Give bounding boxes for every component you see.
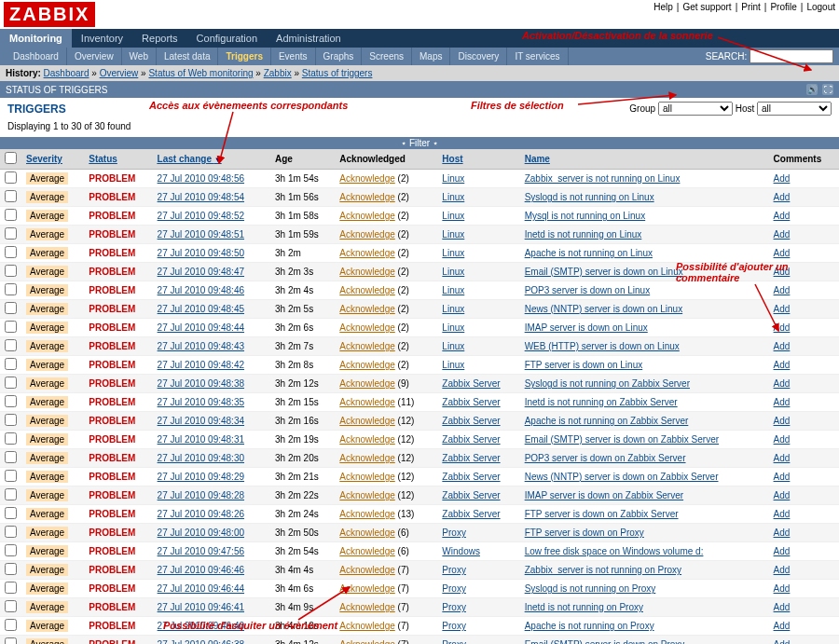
row-checkbox[interactable] (5, 395, 17, 407)
acknowledge-link[interactable]: Acknowledge (339, 211, 394, 221)
add-comment-link[interactable]: Add (774, 192, 791, 202)
last-change-link[interactable]: 27 Jul 2010 09:48:50 (158, 248, 244, 258)
add-comment-link[interactable]: Add (774, 211, 791, 221)
menu-tab-monitoring[interactable]: Monitoring (0, 29, 72, 48)
trigger-name-link[interactable]: IMAP server is down on Linux (525, 322, 648, 333)
row-checkbox[interactable] (5, 209, 17, 221)
add-comment-link[interactable]: Add (774, 639, 791, 644)
trigger-name-link[interactable]: POP3 server is down on Zabbix Server (525, 453, 686, 463)
acknowledge-link[interactable]: Acknowledge (339, 285, 394, 295)
last-change-link[interactable]: 27 Jul 2010 09:46:44 (158, 583, 244, 594)
trigger-name-link[interactable]: FTP server is down on Linux (525, 360, 643, 370)
menu-tab-reports[interactable]: Reports (132, 29, 187, 48)
last-change-link[interactable]: 27 Jul 2010 09:46:38 (158, 639, 244, 644)
group-filter-select[interactable]: all (658, 102, 733, 116)
host-link[interactable]: Proxy (442, 639, 466, 644)
acknowledge-link[interactable]: Acknowledge (339, 583, 394, 594)
acknowledge-link[interactable]: Acknowledge (339, 509, 394, 519)
acknowledge-link[interactable]: Acknowledge (339, 304, 394, 314)
add-comment-link[interactable]: Add (774, 341, 791, 351)
trigger-name-link[interactable]: Inetd is not running on Zabbix Server (525, 397, 678, 407)
last-change-link[interactable]: 27 Jul 2010 09:48:45 (158, 304, 244, 314)
row-checkbox[interactable] (5, 563, 17, 575)
last-change-link[interactable]: 27 Jul 2010 09:48:52 (158, 211, 244, 221)
profile-link[interactable]: Profile (770, 2, 796, 12)
acknowledge-link[interactable]: Acknowledge (339, 490, 394, 500)
col-status[interactable]: Status (89, 154, 117, 164)
logout-link[interactable]: Logout (806, 2, 835, 12)
last-change-link[interactable]: 27 Jul 2010 09:48:44 (158, 322, 244, 333)
host-link[interactable]: Linux (442, 341, 464, 351)
host-link[interactable]: Proxy (442, 621, 466, 631)
host-link[interactable]: Linux (442, 248, 464, 258)
last-change-link[interactable]: 27 Jul 2010 09:48:29 (158, 472, 244, 482)
last-change-link[interactable]: 27 Jul 2010 09:48:26 (158, 509, 244, 519)
menu-tab-inventory[interactable]: Inventory (72, 29, 132, 48)
trigger-name-link[interactable]: WEB (HTTP) server is down on Linux (525, 341, 680, 351)
host-link[interactable]: Linux (442, 322, 464, 333)
row-checkbox[interactable] (5, 470, 17, 482)
host-link[interactable]: Linux (442, 192, 464, 202)
last-change-link[interactable]: 27 Jul 2010 09:46:46 (158, 565, 244, 575)
trigger-name-link[interactable]: Inetd is not running on Linux (525, 229, 642, 240)
host-link[interactable]: Linux (442, 267, 464, 277)
host-link[interactable]: Linux (442, 360, 464, 370)
acknowledge-link[interactable]: Acknowledge (339, 267, 394, 277)
row-checkbox[interactable] (5, 339, 17, 351)
host-link[interactable]: Zabbix Server (442, 397, 500, 407)
add-comment-link[interactable]: Add (774, 360, 791, 370)
trigger-name-link[interactable]: Apache is not running on Proxy (525, 621, 654, 631)
last-change-link[interactable]: 27 Jul 2010 09:48:56 (158, 173, 244, 184)
host-link[interactable]: Linux (442, 285, 464, 295)
submenu-tab-screens[interactable]: Screens (362, 48, 412, 65)
breadcrumb-item[interactable]: Overview (100, 68, 139, 78)
add-comment-link[interactable]: Add (774, 472, 791, 482)
add-comment-link[interactable]: Add (774, 397, 791, 407)
trigger-name-link[interactable]: Zabbix_server is not running on Proxy (525, 565, 681, 575)
breadcrumb-item[interactable]: Zabbix (264, 68, 292, 78)
host-link[interactable]: Zabbix Server (442, 490, 500, 500)
submenu-tab-triggers[interactable]: Triggers (218, 48, 270, 65)
host-link[interactable]: Zabbix Server (442, 509, 500, 519)
acknowledge-link[interactable]: Acknowledge (339, 378, 394, 389)
row-checkbox[interactable] (5, 526, 17, 538)
row-checkbox[interactable] (5, 246, 17, 258)
last-change-link[interactable]: 27 Jul 2010 09:48:31 (158, 434, 244, 445)
last-change-link[interactable]: 27 Jul 2010 09:47:56 (158, 546, 244, 556)
host-link[interactable]: Proxy (442, 602, 466, 612)
last-change-link[interactable]: 27 Jul 2010 09:48:00 (158, 528, 244, 538)
add-comment-link[interactable]: Add (774, 267, 791, 277)
add-comment-link[interactable]: Add (774, 173, 791, 184)
row-checkbox[interactable] (5, 171, 17, 184)
add-comment-link[interactable]: Add (774, 285, 791, 295)
trigger-name-link[interactable]: POP3 server is down on Linux (525, 285, 651, 295)
add-comment-link[interactable]: Add (774, 602, 791, 612)
acknowledge-link[interactable]: Acknowledge (339, 565, 394, 575)
col-last-change[interactable]: Last change ▼ (158, 154, 222, 164)
acknowledge-link[interactable]: Acknowledge (339, 192, 394, 202)
last-change-link[interactable]: 27 Jul 2010 09:48:51 (158, 229, 244, 240)
host-link[interactable]: Proxy (442, 528, 466, 538)
add-comment-link[interactable]: Add (774, 304, 791, 314)
trigger-name-link[interactable]: Zabbix_server is not running on Linux (525, 173, 681, 184)
row-checkbox[interactable] (5, 358, 17, 370)
row-checkbox[interactable] (5, 265, 17, 277)
print-link[interactable]: Print (741, 2, 761, 12)
trigger-name-link[interactable]: Email (SMTP) server is down on Zabbix Se… (525, 434, 719, 445)
acknowledge-link[interactable]: Acknowledge (339, 621, 394, 631)
trigger-name-link[interactable]: IMAP server is down on Zabbix Server (525, 490, 683, 500)
row-checkbox[interactable] (5, 321, 17, 333)
row-checkbox[interactable] (5, 488, 17, 500)
row-checkbox[interactable] (5, 414, 17, 426)
row-checkbox[interactable] (5, 302, 17, 314)
last-change-link[interactable]: 27 Jul 2010 09:48:43 (158, 341, 244, 351)
col-name[interactable]: Name (525, 154, 550, 164)
host-filter-select[interactable]: all (757, 102, 832, 116)
submenu-tab-overview[interactable]: Overview (67, 48, 122, 65)
host-link[interactable]: Proxy (442, 583, 466, 594)
host-link[interactable]: Zabbix Server (442, 434, 500, 445)
menu-tab-administration[interactable]: Administration (267, 29, 351, 48)
row-checkbox[interactable] (5, 637, 17, 644)
row-checkbox[interactable] (5, 283, 17, 295)
submenu-tab-maps[interactable]: Maps (412, 48, 450, 65)
